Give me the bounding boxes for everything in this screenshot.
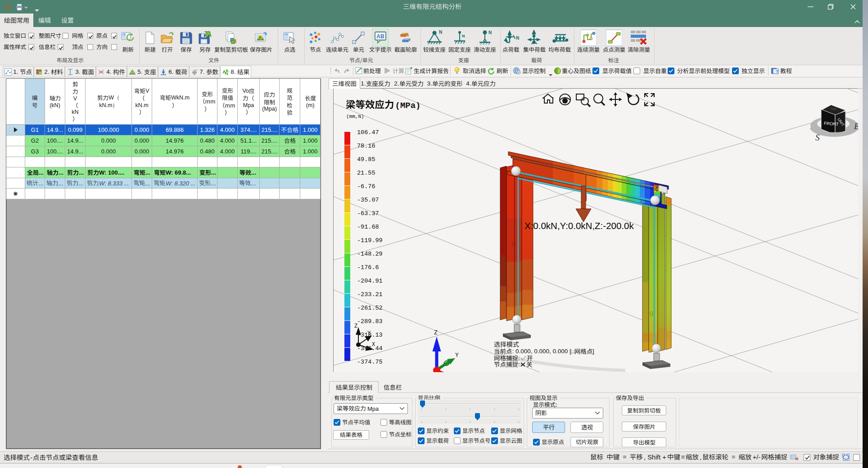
svg-text:X:0.0kN,Y:0.0kN,Z:-200.0k: X:0.0kN,Y:0.0kN,Z:-200.0k — [524, 220, 634, 231]
svg-text:78.16: 78.16 — [357, 143, 375, 149]
svg-text:-233.21: -233.21 — [357, 291, 383, 298]
svg-text:S: S — [815, 133, 820, 142]
svg-text:-119.99: -119.99 — [357, 237, 383, 244]
svg-text:N: N — [462, 34, 465, 38]
svg-text:Z: Z — [434, 329, 438, 336]
svg-text:-91.68: -91.68 — [357, 224, 379, 230]
svg-text:-63.37: -63.37 — [357, 210, 379, 217]
svg-text:-176.6: -176.6 — [357, 264, 379, 271]
svg-text:-261.52: -261.52 — [357, 305, 383, 311]
svg-text:-148.29: -148.29 — [357, 251, 383, 257]
svg-text:106.47: 106.47 — [357, 129, 379, 136]
svg-text:X: X — [372, 342, 375, 348]
svg-text:-289.83: -289.83 — [357, 318, 383, 325]
svg-text:4: 4 — [654, 185, 658, 193]
svg-text:?: ? — [776, 69, 778, 74]
svg-text:-204.91: -204.91 — [357, 278, 383, 284]
svg-text:N: N — [488, 30, 492, 35]
svg-text:Z: Z — [354, 323, 357, 329]
svg-text:-35.07: -35.07 — [357, 197, 379, 203]
svg-text:N: N — [516, 36, 519, 40]
svg-text:21.55: 21.55 — [357, 170, 375, 176]
svg-text:Y: Y — [455, 352, 459, 359]
svg-text:-374.75: -374.75 — [357, 359, 383, 365]
svg-text:N: N — [439, 30, 442, 35]
svg-text:Y: Y — [367, 330, 371, 337]
svg-text:-6.76: -6.76 — [357, 183, 375, 190]
svg-text:E: E — [854, 122, 858, 131]
svg-text:AB: AB — [376, 33, 384, 40]
svg-text:49.85: 49.85 — [357, 156, 375, 163]
svg-text:FRONT: FRONT — [824, 121, 839, 126]
